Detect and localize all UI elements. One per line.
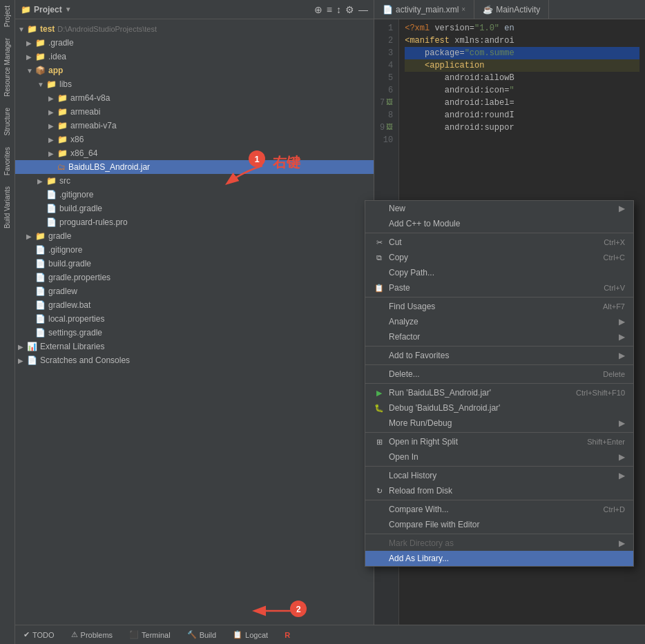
menu-item-paste[interactable]: 📋 Paste Ctrl+V [365, 280, 633, 295]
bottom-tab-logcat[interactable]: 📋 Logcat [230, 629, 271, 641]
bottom-tab-problems[interactable]: ⚠ Problems [68, 629, 115, 641]
menu-item-run[interactable]: ▶ Run 'BaiduLBS_Android.jar' Ctrl+Shift+… [365, 385, 633, 400]
todo-label: TODO [32, 631, 55, 639]
analyze-arrow: ▶ [619, 317, 625, 326]
history-arrow: ▶ [619, 471, 625, 480]
tree-item-idea[interactable]: ▶ 📁 .idea [15, 50, 374, 64]
menu-item-cut[interactable]: ✂ Cut Ctrl+X [365, 235, 633, 250]
problems-icon: ⚠ [71, 630, 78, 639]
bottom-tab-r[interactable]: R [282, 630, 293, 641]
menu-item-refactor[interactable]: Refactor ▶ [365, 329, 633, 344]
tree-item-settings-gradle[interactable]: 📄 settings.gradle [15, 326, 374, 340]
run-shortcut: Ctrl+Shift+F10 [576, 389, 625, 397]
menu-item-analyze[interactable]: Analyze ▶ [365, 314, 633, 329]
bottom-bar: ✔ TODO ⚠ Problems ⬛ Terminal 🔨 Build 📋 L… [15, 625, 645, 644]
editor-tabs: 📄 activity_main.xml × ☕ MainActivity [374, 0, 645, 19]
menu-icon[interactable]: ≡ [327, 4, 332, 15]
sidebar-tab-resource[interactable]: Resource Manager [2, 32, 12, 102]
copy-shortcut: Ctrl+C [604, 253, 625, 262]
code-line-7: android:icon=" [405, 84, 639, 97]
tree-item-libs[interactable]: ▼ 📁 libs [15, 77, 374, 91]
tree-item-gradlew-bat[interactable]: 📄 gradlew.bat [15, 298, 374, 312]
tree-item-gradlew[interactable]: 📄 gradlew [15, 284, 374, 298]
menu-item-find-usages[interactable]: Find Usages Alt+F7 [365, 299, 633, 314]
code-line-2: <manifest xmlns:androi [405, 35, 639, 47]
code-line-8: android:label= [405, 97, 639, 109]
menu-item-add-cpp[interactable]: Add C++ to Module [365, 216, 633, 231]
split-shortcut: Shift+Enter [587, 438, 625, 446]
separator-7 [365, 466, 633, 467]
separator-1 [365, 233, 633, 233]
bottom-tab-terminal[interactable]: ⬛ Terminal [126, 629, 173, 641]
settings-icon[interactable]: ⚙ [345, 4, 354, 15]
tree-item-gradle-folder[interactable]: ▶ 📁 gradle [15, 229, 374, 243]
tree-item-scratches[interactable]: ▶ 📄 Scratches and Consoles [15, 353, 374, 367]
menu-item-new[interactable]: New ▶ [365, 201, 633, 216]
tree-item-buildgradle-app[interactable]: 📄 build.gradle [15, 202, 374, 215]
menu-item-add-library[interactable]: Add As Library... [365, 551, 633, 566]
build-icon: 🔨 [187, 630, 197, 639]
left-sidebar: Project Resource Manager Structure Favor… [0, 0, 15, 644]
xml-icon: 📄 [383, 5, 393, 14]
logcat-label: Logcat [245, 631, 268, 639]
sidebar-tab-favorites[interactable]: Favorites [2, 142, 12, 181]
tree-item-buildgradle-root[interactable]: 📄 build.gradle [15, 257, 374, 271]
menu-item-open-in[interactable]: Open In ▶ [365, 449, 633, 465]
bottom-tab-todo[interactable]: ✔ TODO [21, 629, 57, 641]
menu-item-delete[interactable]: Delete... Delete [365, 367, 633, 382]
tree-item-gitignore-root[interactable]: 📄 .gitignore [15, 243, 374, 257]
tree-item-baidulbs[interactable]: 🗂 BaiduLBS_Android.jar [15, 160, 374, 174]
tree-item-gradle-props[interactable]: 📄 gradle.properties [15, 271, 374, 284]
menu-item-compare-with[interactable]: Compare With... Ctrl+D [365, 502, 633, 517]
tab-close-activity-main[interactable]: × [461, 6, 465, 13]
menu-item-add-favorites[interactable]: Add to Favorites ▶ [365, 348, 633, 363]
separator-3 [365, 346, 633, 347]
menu-item-reload[interactable]: ↻ Reload from Disk [365, 483, 633, 498]
code-line-3: package="com.summe [405, 47, 639, 59]
code-line-10: android:suppor [405, 121, 639, 134]
project-dropdown-arrow[interactable]: ▼ [65, 6, 72, 13]
menu-item-open-right-split[interactable]: ⊞ Open in Right Split Shift+Enter [365, 434, 633, 449]
tree-item-local-props[interactable]: 📄 local.properties [15, 312, 374, 326]
tab-activity-main[interactable]: 📄 activity_main.xml × [374, 0, 474, 19]
mark-arrow: ▶ [619, 538, 625, 548]
menu-item-compare-editor[interactable]: Compare File with Editor [365, 517, 633, 532]
favorites-arrow: ▶ [619, 351, 625, 360]
tab-main-activity[interactable]: ☕ MainActivity [474, 0, 549, 19]
code-line-6: android:allowB [405, 72, 639, 84]
sidebar-tab-build-variants[interactable]: Build Variants [2, 181, 12, 234]
separator-4 [365, 364, 633, 365]
java-icon: ☕ [483, 5, 493, 14]
separator-5 [365, 383, 633, 384]
separator-2 [365, 297, 633, 297]
tree-item-armeabiv7a[interactable]: ▶ 📁 armeabi-v7a [15, 119, 374, 133]
minimize-icon[interactable]: — [358, 4, 368, 15]
menu-item-more-run[interactable]: More Run/Debug ▶ [365, 416, 633, 431]
sort-icon[interactable]: ↕ [336, 4, 341, 15]
project-header: 📁 Project ▼ ⊕ ≡ ↕ ⚙ — [15, 0, 374, 19]
tree-item-app[interactable]: ▼ 📦 app [15, 64, 374, 77]
menu-item-debug[interactable]: 🐛 Debug 'BaiduLBS_Android.jar' [365, 400, 633, 416]
tree-item-proguard[interactable]: 📄 proguard-rules.pro [15, 215, 374, 229]
menu-item-copy-path[interactable]: Copy Path... [365, 265, 633, 280]
sidebar-tab-structure[interactable]: Structure [2, 102, 12, 142]
tree-item-gradle-hidden[interactable]: ▶ 📁 .gradle [15, 36, 374, 50]
tree-item-test[interactable]: ▼ 📁 test D:\AndroidStudioProjects\test [15, 22, 374, 36]
tree-item-x86[interactable]: ▶ 📁 x86 [15, 133, 374, 146]
tree-item-ext-libs[interactable]: ▶ 📊 External Libraries [15, 340, 374, 353]
context-menu: New ▶ Add C++ to Module ✂ Cut Ctrl+X ⧉ C… [365, 200, 634, 567]
open-in-arrow: ▶ [619, 452, 625, 462]
tree-item-arm64v8a[interactable]: ▶ 📁 arm64-v8a [15, 91, 374, 105]
tree-item-x86-64[interactable]: ▶ 📁 x86_64 [15, 146, 374, 160]
sidebar-tab-project[interactable]: Project [2, 0, 12, 32]
menu-item-copy[interactable]: ⧉ Copy Ctrl+C [365, 250, 633, 265]
tree-item-gitignore-app[interactable]: 📄 .gitignore [15, 188, 374, 202]
tree-item-src[interactable]: ▶ 📁 src [15, 174, 374, 188]
sync-icon[interactable]: ⊕ [314, 4, 322, 15]
r-icon: R [285, 631, 290, 639]
menu-item-mark-dir: Mark Directory as ▶ [365, 536, 633, 551]
bottom-tab-build[interactable]: 🔨 Build [184, 629, 219, 641]
project-tree: ▼ 📁 test D:\AndroidStudioProjects\test ▶… [15, 19, 374, 625]
tree-item-armeabi[interactable]: ▶ 📁 armeabi [15, 105, 374, 119]
menu-item-local-history[interactable]: Local History ▶ [365, 468, 633, 483]
